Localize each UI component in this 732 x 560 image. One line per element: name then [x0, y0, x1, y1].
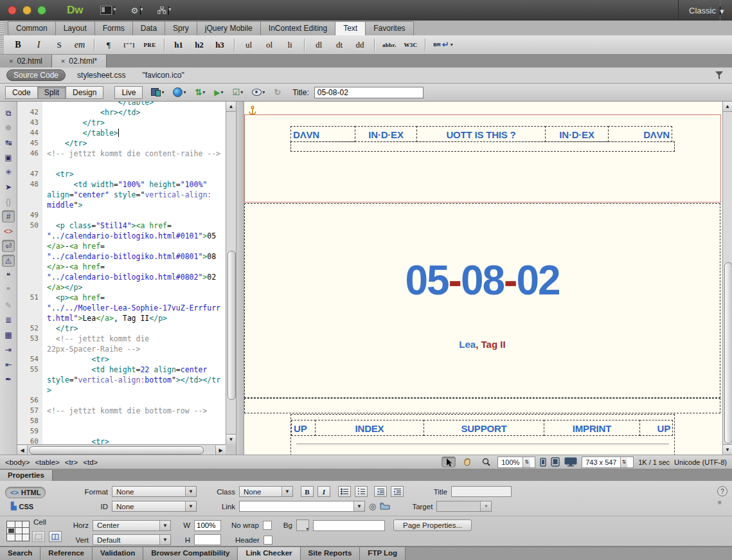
scroll-left-arrow[interactable]: ◀ [17, 446, 28, 455]
html-mode-button[interactable]: <>HTML [5, 487, 46, 498]
css-mode-button[interactable]: ▙CSS [6, 501, 38, 512]
insert-tab-spry[interactable]: Spry [165, 21, 197, 35]
code-line[interactable]: </a></p> [17, 282, 226, 293]
close-window-button[interactable] [8, 6, 17, 15]
bottom-nav-link-up[interactable]: UP [639, 420, 673, 436]
-insert-button[interactable]: ¶ [98, 40, 119, 50]
top-nav-link-d-vn[interactable]: DΛVN [608, 126, 672, 142]
select-parent-tag-icon[interactable]: ➤ [2, 181, 15, 193]
bg-color-input[interactable] [313, 520, 385, 531]
results-tab-link-checker[interactable]: Link Checker [238, 547, 300, 560]
abbr-insert-button[interactable]: abbr. [379, 42, 400, 48]
tag-selector-item[interactable]: <table> [35, 458, 59, 466]
code-line[interactable]: t.html">Lea</a>, Tag II</p> [17, 313, 226, 323]
tablet-size-icon[interactable] [551, 457, 560, 467]
code-line[interactable]: 53 <!-- jettzt kommt die [17, 334, 226, 344]
insert-tab-forms[interactable]: Forms [94, 21, 133, 35]
scroll-down-arrow[interactable]: ▼ [723, 444, 732, 455]
outdent-code-icon[interactable]: ⇤ [2, 358, 15, 370]
collapse-selection-icon[interactable]: ▣ [2, 151, 15, 163]
highlight-invalid-code-icon[interactable]: <> [2, 225, 15, 237]
remove-comment-icon[interactable]: ❞ [2, 284, 15, 296]
recent-snippets-icon[interactable]: ≣ [2, 314, 15, 326]
page-properties-button[interactable]: Page Properties... [393, 519, 472, 531]
design-view[interactable]: DΛVNIN·D·EXUOTT IS THIS ?IN·D·EXDΛVN 05-… [244, 102, 722, 455]
bottom-nav-link-index[interactable]: INDEX [315, 420, 424, 436]
insert-tab-layout[interactable]: Layout [55, 21, 95, 35]
scroll-up-arrow[interactable]: ▲ [226, 102, 236, 112]
link-combo[interactable]: ▼ [239, 501, 365, 512]
i-insert-button[interactable]: I [28, 40, 49, 50]
ul-insert-button[interactable]: ul [238, 40, 259, 50]
code-line[interactable]: 57<!-- jettzt kommt die bottom-row --> [17, 406, 226, 416]
h3-insert-button[interactable]: h3 [210, 40, 230, 50]
code-line[interactable]: "../../Moeller-Lea-Sophie-17vuZ-Errfurr [17, 303, 226, 313]
code-horizontal-scrollbar[interactable]: ◀ ▶ [17, 444, 226, 455]
scrollbar-thumb[interactable] [29, 446, 204, 455]
insert-tab-common[interactable]: Common [8, 21, 56, 35]
magnification-dropdown[interactable]: 100%⇅ [497, 456, 535, 468]
code-line[interactable]: 48 <td width="100%" height="100%" [17, 179, 226, 190]
visual-aids-button[interactable]: ▾ [252, 89, 265, 96]
code-line[interactable]: align="center" style="vertical-align: [17, 190, 226, 200]
code-line[interactable]: 45 </tr> [17, 138, 226, 149]
select-tool-button[interactable] [442, 456, 456, 467]
dt-insert-button[interactable]: dt [329, 40, 350, 50]
tag-selector-item[interactable]: <tr> [65, 458, 78, 466]
window-size-dropdown[interactable]: 743 x 547⇅ [582, 456, 634, 468]
insert-tab-jquery-mobile[interactable]: jQuery Mobile [197, 21, 261, 35]
top-nav-link-uott-is-this[interactable]: UOTT IS THIS ? [416, 126, 546, 142]
results-tab-ftp-log[interactable]: FTP Log [360, 547, 406, 560]
insert-tab-text[interactable]: Text [335, 21, 366, 35]
top-nav-link-in-d-ex[interactable]: IN·D·EX [545, 126, 609, 142]
toolbar-grip[interactable] [0, 21, 4, 35]
top-nav-link-d-vn[interactable]: DΛVN [290, 126, 355, 142]
insert-tab-data[interactable]: Data [132, 21, 165, 35]
close-tab-icon[interactable]: × [9, 57, 13, 65]
split-cell-button[interactable] [49, 531, 62, 542]
code-view[interactable]: </table>42 <hr></td>43 </tr>44 </table>4… [17, 102, 226, 455]
code-line[interactable]: 42 <hr></td> [17, 107, 226, 118]
results-tab-reference[interactable]: Reference [40, 547, 93, 560]
b-insert-button[interactable]: B [8, 40, 28, 50]
top-nav-link-in-d-ex[interactable]: IN·D·EX [355, 126, 417, 142]
filter-related-files-icon[interactable] [715, 71, 723, 79]
dl-insert-button[interactable]: dl [308, 40, 329, 50]
selected-content-cell[interactable]: 05-08-02 Lea, Tag II [244, 203, 720, 398]
related-file-stylesheet-css[interactable]: stylesheet.css [77, 71, 125, 80]
code-line[interactable]: 49 [17, 210, 226, 221]
code-line[interactable]: 54 <tr> [17, 354, 226, 365]
browse-folder-icon[interactable] [380, 502, 390, 511]
cell-height-input[interactable] [194, 534, 221, 545]
open-documents-icon[interactable]: ⧉ [2, 107, 15, 119]
zoom-window-button[interactable] [37, 6, 46, 15]
workspace-switcher[interactable]: Classic▾ [678, 0, 720, 21]
document-tab-02-html[interactable]: ×02.html* [52, 55, 107, 68]
desktop-size-icon[interactable] [564, 457, 577, 467]
merge-cells-button[interactable] [32, 531, 45, 542]
code-line[interactable]: 55 <td height=22 align=center [17, 365, 226, 375]
extend-dreamweaver-button[interactable]: ⚙▾ [131, 6, 141, 15]
code-line[interactable]: 56 [17, 395, 226, 406]
code-line[interactable]: 58 [17, 416, 226, 426]
code-line[interactable]: 43 </tr> [17, 118, 226, 128]
cell-width-input[interactable] [194, 520, 221, 531]
hand-tool-button[interactable] [460, 456, 474, 467]
toolbar-grip[interactable] [0, 35, 4, 54]
code-design-splitter[interactable] [236, 102, 244, 455]
panel-options-icon[interactable]: ≡ [718, 499, 722, 506]
code-line[interactable]: 51 <p><a href= [17, 293, 226, 303]
bg-color-swatch[interactable] [296, 519, 309, 531]
expand-all-icon[interactable]: ✳ [2, 166, 15, 178]
design-view-button[interactable]: Design [66, 86, 103, 99]
word-wrap-icon[interactable]: ⏎ [2, 240, 15, 252]
header-checkbox[interactable] [263, 536, 272, 545]
minimize-window-button[interactable] [22, 6, 31, 15]
syntax-error-alerts-icon[interactable]: ⚠ [2, 255, 15, 267]
site-menu-button[interactable]: ▾ [157, 6, 169, 15]
bottom-nav-link-up[interactable]: UP [291, 420, 316, 436]
code-line[interactable]: 22px-Spacer-Raihe --> [17, 344, 226, 354]
vert-dropdown[interactable]: Default▼ [93, 534, 171, 545]
code-line[interactable]: 47 <tr> [17, 169, 226, 179]
code-line[interactable]: 52 </tr> [17, 323, 226, 334]
